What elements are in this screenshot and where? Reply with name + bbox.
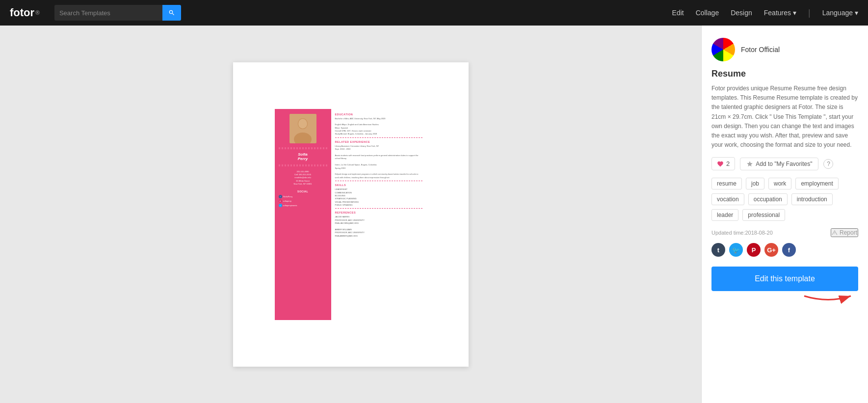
updated-time: Updated time:2018-08-20: [711, 230, 773, 236]
tag-occupation[interactable]: occupation: [748, 193, 788, 205]
instagram-icon: ●: [279, 199, 282, 203]
tag-professional[interactable]: professional: [742, 209, 785, 221]
search-input[interactable]: [54, 5, 162, 21]
nav-language[interactable]: Language ▾: [822, 9, 858, 17]
edit-button-container: Edit this template: [711, 267, 858, 306]
like-count: 2: [726, 160, 730, 167]
tag-resume[interactable]: resume: [711, 178, 742, 189]
author-row: Fotor Official: [711, 38, 858, 61]
resume-name: SofiaPerry: [298, 152, 308, 161]
author-name: Fotor Official: [741, 46, 780, 54]
nav-collage[interactable]: Collage: [696, 9, 719, 17]
resume-left-column: SofiaPerry 325-555-4990 Cell: 585-555-55…: [275, 109, 331, 320]
author-avatar: [711, 38, 735, 61]
share-tumblr[interactable]: t: [711, 243, 725, 257]
edit-template-button[interactable]: Edit this template: [711, 267, 858, 291]
tags-section: resume job work employment vocation occu…: [711, 178, 858, 221]
search-bar: [54, 5, 182, 21]
info-panel: Fotor Official Resume Fotor provides uni…: [701, 26, 868, 403]
nav-edit[interactable]: Edit: [672, 9, 684, 17]
tag-vocation[interactable]: vocation: [711, 193, 744, 205]
arrow-indicator: [799, 291, 858, 306]
skills-content: LEADERSHIPCOMMUNICATIONBLOGGINGSTRATEGIC…: [335, 188, 423, 207]
search-button[interactable]: [162, 5, 181, 21]
resume-photo-inner: [289, 114, 316, 143]
experience-title: RELATED EXPERIENCE: [335, 140, 423, 143]
education-content: Bachelor of Arts, ABC University, New Yo…: [335, 117, 423, 136]
social-instagram: ● sofiaperry: [279, 199, 327, 203]
share-twitter[interactable]: 🐦: [729, 243, 743, 257]
like-button[interactable]: 2: [711, 157, 735, 170]
fotor-logo[interactable]: fotor ®: [10, 6, 40, 19]
template-title: Resume: [711, 69, 858, 79]
nav-divider: |: [808, 8, 811, 18]
svg-point-3: [298, 119, 307, 129]
resume-contact: 325-555-4990 Cell: 585-555-5555 resafeli…: [294, 170, 312, 186]
nav-design[interactable]: Design: [731, 9, 752, 17]
skills-title: SKILLS: [335, 184, 423, 187]
social-title: SOCIAL: [279, 190, 327, 193]
favorites-button[interactable]: Add to "My Favorites": [740, 158, 818, 170]
divider-2: [335, 181, 423, 181]
zigzag-top: [279, 147, 327, 149]
tag-work[interactable]: work: [768, 178, 791, 189]
tag-job[interactable]: job: [746, 178, 764, 189]
divider-3: [335, 208, 423, 209]
references-content: JACOB HARRIS PROFESSOR, ABC UNIVERSITY R…: [335, 215, 423, 238]
header: fotor ® Edit Collage Design Features ▾ |…: [0, 0, 868, 26]
report-label: Report: [840, 229, 857, 236]
resume-social: SOCIAL f /SofiaPerry ● sofiaperry t sofi…: [279, 190, 327, 208]
divider-1: [335, 137, 423, 138]
social-facebook: f /SofiaPerry: [279, 195, 327, 198]
main-content: SofiaPerry 325-555-4990 Cell: 585-555-55…: [0, 26, 868, 403]
social-twitter: t sofiaperrytweets: [279, 204, 327, 207]
education-title: EDUCATION: [335, 113, 423, 116]
resume-template: SofiaPerry 325-555-4990 Cell: 585-555-55…: [275, 109, 427, 320]
nav-features[interactable]: Features ▾: [764, 9, 796, 17]
template-description: Fotor provides unique Resume Resume free…: [711, 84, 858, 150]
report-button[interactable]: Report: [831, 228, 858, 237]
social-share: t 🐦 P G+ f: [711, 243, 858, 257]
preview-panel: SofiaPerry 325-555-4990 Cell: 585-555-55…: [0, 26, 701, 403]
nav-links: Edit Collage Design Features ▾ | Languag…: [672, 8, 858, 18]
experience-content: Library Assistant, Cervantes Library, Ne…: [335, 145, 423, 179]
share-pinterest[interactable]: P: [747, 243, 761, 257]
meta-row: Updated time:2018-08-20 Report: [711, 228, 858, 237]
share-facebook[interactable]: f: [782, 243, 796, 257]
help-icon[interactable]: ?: [823, 159, 833, 169]
resume-right-column: EDUCATION Bachelor of Arts, ABC Universi…: [331, 109, 427, 320]
actions-row: 2 Add to "My Favorites" ?: [711, 157, 858, 170]
references-title: REFERENCES: [335, 211, 423, 214]
resume-photo: [289, 114, 316, 143]
share-google[interactable]: G+: [764, 243, 778, 257]
favorites-label: Add to "My Favorites": [756, 161, 812, 167]
tag-leader[interactable]: leader: [711, 209, 738, 221]
zigzag-bottom: [279, 164, 327, 166]
preview-container: SofiaPerry 325-555-4990 Cell: 585-555-55…: [233, 62, 469, 367]
tag-introduction[interactable]: introduction: [791, 193, 833, 205]
twitter-icon: t: [279, 204, 282, 207]
tag-employment[interactable]: employment: [795, 178, 838, 189]
facebook-icon: f: [279, 195, 282, 198]
